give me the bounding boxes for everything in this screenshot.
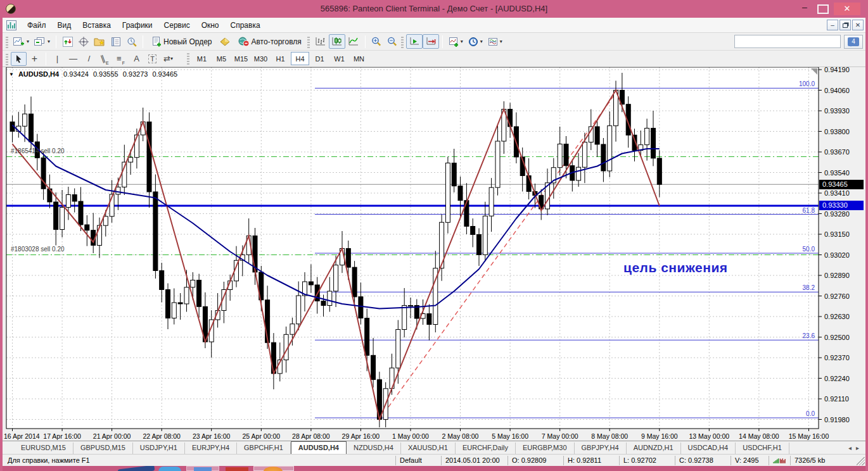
- candlestick-chart-button[interactable]: [329, 34, 345, 49]
- search-input[interactable]: [735, 36, 839, 47]
- tab-eurgbp-m30[interactable]: EURGBP,M30: [516, 443, 575, 454]
- market-watch-button[interactable]: [60, 34, 75, 49]
- menu-file[interactable]: Файл: [22, 18, 52, 32]
- tab-eurchf-daily[interactable]: EURCHF,Daily: [456, 443, 516, 454]
- menu-tools[interactable]: Сервис: [158, 18, 196, 32]
- chart-tab-bar: EURUSD,M15 GBPUSD,M15 USDJPY,H1 EURJPY,H…: [3, 441, 865, 454]
- svg-text:0.94060: 0.94060: [824, 87, 850, 94]
- terminal-button[interactable]: [108, 34, 124, 49]
- timeframe-w1[interactable]: W1: [330, 52, 348, 65]
- svg-text:0.92500: 0.92500: [824, 334, 850, 341]
- order-line-label: #1803028 sell 0.20: [11, 246, 65, 253]
- svg-text:0.93800: 0.93800: [824, 128, 850, 135]
- new-order-button[interactable]: Новый Ордер: [146, 34, 217, 49]
- terminal-window: 565896: Panteon Client Terminal - Демо С…: [0, 0, 868, 471]
- tab-eurusd-m15[interactable]: EURUSD,M15: [14, 443, 73, 454]
- profiles-button[interactable]: ▾: [32, 34, 53, 49]
- close-button[interactable]: ✕: [834, 3, 860, 15]
- timeframe-h4[interactable]: H4: [291, 52, 309, 65]
- crosshair-tool-button[interactable]: +: [27, 52, 42, 66]
- svg-text:0.0: 0.0: [806, 410, 815, 417]
- trendline-tool-button[interactable]: /: [81, 52, 97, 66]
- menu-view[interactable]: Вид: [52, 18, 77, 32]
- price-chart[interactable]: 0.941900.940600.939300.938000.936700.935…: [3, 67, 865, 441]
- chart-canvas[interactable]: 0.941900.940600.939300.938000.936700.935…: [3, 67, 865, 441]
- tab-audnzd-h1[interactable]: AUDNZD,H1: [627, 443, 681, 454]
- status-open: O: 0.92809: [507, 456, 563, 465]
- tab-gbpchf-h1[interactable]: GBPCHF,H1: [237, 443, 291, 454]
- taskbar-app-icon[interactable]: [118, 466, 155, 471]
- channel-tool-button[interactable]: ∥E: [97, 52, 113, 66]
- timeframe-m15[interactable]: M15: [232, 52, 250, 65]
- minimize-button[interactable]: –: [797, 4, 812, 14]
- navigator-button[interactable]: [91, 34, 108, 49]
- svg-text:61.8: 61.8: [803, 207, 815, 214]
- text-tool-button[interactable]: A: [129, 52, 144, 66]
- mdi-close-button[interactable]: ✕: [852, 20, 864, 30]
- toolbar-grip[interactable]: [187, 52, 189, 65]
- vertical-line-tool-button[interactable]: |: [49, 52, 65, 66]
- toolbar-grip[interactable]: [307, 35, 310, 48]
- menu-window[interactable]: Окно: [196, 18, 225, 32]
- timeframe-m30[interactable]: M30: [252, 52, 270, 65]
- chart-shift-button[interactable]: [423, 34, 439, 49]
- tab-gbpjpy-h4[interactable]: GBPJPY,H4: [575, 443, 627, 454]
- tabs-scroll-left[interactable]: ◂: [848, 444, 852, 451]
- data-window-button[interactable]: [75, 34, 91, 49]
- taskbar-app-icon[interactable]: [158, 467, 181, 471]
- fibonacci-tool-button[interactable]: ≡F: [113, 52, 129, 66]
- messages-button[interactable]: 4: [844, 35, 863, 49]
- bar-chart-button[interactable]: [312, 34, 329, 49]
- tab-gbpusd-m15[interactable]: GBPUSD,M15: [73, 443, 133, 454]
- tab-nzdusd-h4[interactable]: NZDUSD,H4: [347, 443, 401, 454]
- taskbar-app-icon[interactable]: [194, 467, 212, 471]
- tab-audusd-h4[interactable]: AUDUSD,H4: [291, 441, 347, 454]
- timeframe-h1[interactable]: H1: [271, 52, 290, 65]
- timeframe-mn[interactable]: MN: [350, 52, 368, 65]
- templates-button[interactable]: ▾: [485, 34, 505, 49]
- svg-text:0.93930: 0.93930: [824, 107, 850, 115]
- autotrading-button[interactable]: Авто-торговля: [233, 34, 307, 49]
- cursor-tool-button[interactable]: [11, 52, 27, 66]
- zoom-out-button[interactable]: [385, 34, 400, 49]
- mdi-restore-button[interactable]: [839, 20, 851, 30]
- line-chart-button[interactable]: [345, 34, 362, 49]
- zoom-in-button[interactable]: [369, 34, 385, 49]
- timeframe-d1[interactable]: D1: [310, 52, 329, 65]
- auto-scroll-button[interactable]: [406, 34, 423, 49]
- toolbar-grip[interactable]: [6, 35, 8, 48]
- resize-grip[interactable]: [857, 457, 865, 465]
- tabs-scroll-right[interactable]: ▸: [856, 444, 859, 451]
- horizontal-line-tool-button[interactable]: —: [65, 52, 81, 66]
- drawing-toolbar: + | — / ∥E ≡F A T ⇄▾ M1 M5 M15 M30 H1 H4…: [3, 51, 865, 67]
- status-profile[interactable]: Default: [395, 456, 441, 465]
- metaeditor-button[interactable]: [217, 34, 233, 49]
- arrows-tool-button[interactable]: ⇄▾: [160, 52, 176, 66]
- new-chart-button[interactable]: ▾: [11, 34, 32, 49]
- indicators-button[interactable]: ▾: [446, 34, 466, 49]
- bar-chart-icon: [315, 37, 326, 46]
- toolbar-grip[interactable]: [6, 53, 8, 65]
- autotrading-icon: [238, 37, 250, 47]
- tab-usdjpy-h1[interactable]: USDJPY,H1: [133, 443, 185, 454]
- toolbar-grip[interactable]: [401, 35, 404, 48]
- menu-charts[interactable]: Графики: [117, 18, 158, 32]
- timeframe-m5[interactable]: M5: [212, 52, 231, 65]
- zoom-in-icon: [371, 37, 381, 47]
- label-tool-button[interactable]: T: [144, 52, 160, 66]
- current-price-badge: 0.93465: [819, 180, 864, 189]
- strategy-tester-button[interactable]: [124, 34, 139, 49]
- taskbar-app-icon[interactable]: [226, 467, 248, 471]
- maximize-button[interactable]: [817, 4, 829, 14]
- periods-button[interactable]: ▾: [466, 34, 485, 49]
- tab-eurjpy-h4[interactable]: EURJPY,H4: [185, 443, 237, 454]
- tab-usdcad-h4[interactable]: USDCAD,H4: [681, 443, 736, 454]
- menu-insert[interactable]: Вставка: [77, 18, 117, 32]
- svg-text:100.0: 100.0: [799, 80, 815, 87]
- timeframe-m1[interactable]: M1: [193, 52, 211, 65]
- tab-usdchf-h1[interactable]: USDCHF,H1: [736, 443, 789, 454]
- tab-xauusd-h1[interactable]: XAUUSD,H1: [401, 443, 456, 454]
- menu-help[interactable]: Справка: [225, 18, 266, 32]
- collapse-icon[interactable]: ▼: [9, 72, 14, 77]
- mdi-minimize-button[interactable]: –: [827, 20, 838, 30]
